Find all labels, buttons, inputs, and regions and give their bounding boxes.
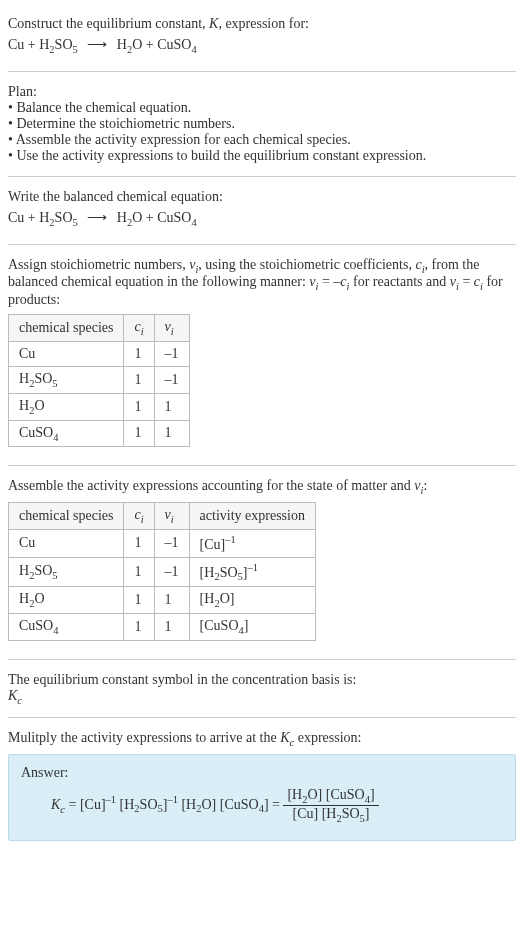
table-row: H2SO5 1 –1 (9, 366, 190, 393)
plan-item: • Assemble the activity expression for e… (8, 132, 516, 148)
plan-item: • Determine the stoichiometric numbers. (8, 116, 516, 132)
cell-activity: [H2SO5]–1 (189, 557, 315, 586)
table-row: CuSO4 1 1 [CuSO4] (9, 613, 316, 640)
cell-ci: 1 (124, 557, 154, 586)
balanced-heading: Write the balanced chemical equation: (8, 189, 516, 205)
cell-nui: –1 (154, 529, 189, 557)
cell-species: H2O (9, 587, 124, 614)
table-row: H2O 1 1 [H2O] (9, 587, 316, 614)
cell-activity: [H2O] (189, 587, 315, 614)
arrow-icon: ⟶ (81, 210, 113, 225)
table-row: H2SO5 1 –1 [H2SO5]–1 (9, 557, 316, 586)
symbol-text: The equilibrium constant symbol in the c… (8, 672, 516, 688)
cell-species: Cu (9, 529, 124, 557)
answer-label: Answer: (21, 765, 503, 781)
divider (8, 71, 516, 72)
stoich-table: chemical species ci νi Cu 1 –1 H2SO5 1 –… (8, 314, 190, 447)
arrow-icon: ⟶ (81, 37, 113, 52)
table-row: Cu 1 –1 (9, 341, 190, 366)
table-row: H2O 1 1 (9, 393, 190, 420)
table-header: chemical species (9, 503, 124, 530)
cell-nui: 1 (154, 613, 189, 640)
cell-species: Cu (9, 341, 124, 366)
stoich-intro: Assign stoichiometric numbers, νi, using… (8, 257, 516, 309)
balanced-equation: Cu + H2SO5 ⟶ H2O + CuSO4 (8, 209, 516, 228)
fraction-denominator: [Cu] [H2SO5] (283, 806, 378, 824)
cell-activity: [Cu]–1 (189, 529, 315, 557)
cell-species: H2SO5 (9, 557, 124, 586)
cell-ci: 1 (124, 393, 154, 420)
balanced-block: Write the balanced chemical equation: Cu… (8, 181, 516, 240)
divider (8, 659, 516, 660)
symbol-block: The equilibrium constant symbol in the c… (8, 664, 516, 714)
divider (8, 244, 516, 245)
activity-block: Assemble the activity expressions accoun… (8, 470, 516, 654)
table-row: chemical species ci νi (9, 315, 190, 342)
activity-table: chemical species ci νi activity expressi… (8, 502, 316, 641)
table-header: chemical species (9, 315, 124, 342)
cell-species: H2SO5 (9, 366, 124, 393)
multiply-block: Mulitply the activity expressions to arr… (8, 722, 516, 848)
cell-nui: –1 (154, 341, 189, 366)
plan-heading: Plan: (8, 84, 516, 100)
stoichiometry-block: Assign stoichiometric numbers, νi, using… (8, 249, 516, 462)
cell-species: CuSO4 (9, 420, 124, 447)
cell-nui: 1 (154, 393, 189, 420)
cell-nui: 1 (154, 420, 189, 447)
symbol-value: Kc (8, 688, 516, 706)
table-row: Cu 1 –1 [Cu]–1 (9, 529, 316, 557)
divider (8, 465, 516, 466)
cell-ci: 1 (124, 529, 154, 557)
table-header: activity expression (189, 503, 315, 530)
table-row: chemical species ci νi activity expressi… (9, 503, 316, 530)
table-header: νi (154, 315, 189, 342)
table-header: νi (154, 503, 189, 530)
fraction-numerator: [H2O] [CuSO4] (283, 787, 378, 806)
cell-ci: 1 (124, 366, 154, 393)
plan-block: Plan: • Balance the chemical equation. •… (8, 76, 516, 172)
cell-ci: 1 (124, 613, 154, 640)
title-block: Construct the equilibrium constant, K, e… (8, 8, 516, 67)
title-text: Construct the equilibrium constant, K, e… (8, 16, 309, 31)
answer-box: Answer: Kc = [Cu]–1 [H2SO5]–1 [H2O] [CuS… (8, 754, 516, 841)
divider (8, 176, 516, 177)
activity-intro: Assemble the activity expressions accoun… (8, 478, 516, 496)
cell-activity: [CuSO4] (189, 613, 315, 640)
plan-item: • Balance the chemical equation. (8, 100, 516, 116)
table-header: ci (124, 503, 154, 530)
cell-species: H2O (9, 393, 124, 420)
answer-equation: Kc = [Cu]–1 [H2SO5]–1 [H2O] [CuSO4] = [H… (21, 787, 503, 824)
divider (8, 717, 516, 718)
cell-species: CuSO4 (9, 613, 124, 640)
cell-ci: 1 (124, 420, 154, 447)
table-header: ci (124, 315, 154, 342)
fraction: [H2O] [CuSO4] [Cu] [H2SO5] (283, 787, 378, 824)
main-equation: Cu + H2SO5 ⟶ H2O + CuSO4 (8, 36, 516, 55)
cell-ci: 1 (124, 341, 154, 366)
table-row: CuSO4 1 1 (9, 420, 190, 447)
cell-nui: –1 (154, 557, 189, 586)
cell-nui: 1 (154, 587, 189, 614)
plan-item: • Use the activity expressions to build … (8, 148, 516, 164)
cell-nui: –1 (154, 366, 189, 393)
cell-ci: 1 (124, 587, 154, 614)
multiply-text: Mulitply the activity expressions to arr… (8, 730, 516, 748)
